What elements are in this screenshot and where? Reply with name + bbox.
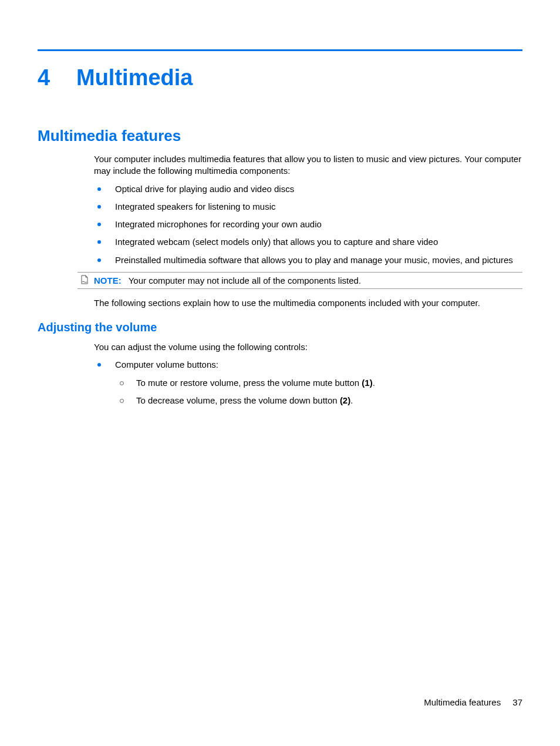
chapter-heading: 4 Multimedia xyxy=(38,65,522,90)
volume-controls-list: Computer volume buttons: To mute or rest… xyxy=(94,359,522,406)
volume-buttons-sublist: To mute or restore volume, press the vol… xyxy=(115,377,522,407)
page: 4 Multimedia Multimedia features Your co… xyxy=(0,0,560,746)
sub-item-text-post: . xyxy=(373,378,375,388)
list-item: Integrated webcam (select models only) t… xyxy=(94,236,522,248)
intro-paragraph: Your computer includes multimedia featur… xyxy=(94,153,522,177)
page-footer: Multimedia features 37 xyxy=(424,697,522,707)
chapter-title: Multimedia xyxy=(76,65,193,90)
list-item: Integrated speakers for listening to mus… xyxy=(94,201,522,213)
section-heading-multimedia-features: Multimedia features xyxy=(38,127,522,145)
list-item: Optical drive for playing audio and vide… xyxy=(94,183,522,195)
subsection-intro: You can adjust the volume using the foll… xyxy=(94,341,522,353)
after-note-paragraph: The following sections explain how to us… xyxy=(94,297,522,309)
list-item-text: Computer volume buttons: xyxy=(115,359,218,369)
list-item: To decrease volume, press the volume dow… xyxy=(115,395,522,406)
sub-item-ref: (2) xyxy=(340,395,350,405)
note-callout: NOTE: Your computer may not include all … xyxy=(77,272,522,289)
subsection-heading-adjusting-volume: Adjusting the volume xyxy=(38,321,522,334)
chapter-number: 4 xyxy=(38,65,76,90)
note-text: Your computer may not include all of the… xyxy=(129,275,361,285)
footer-page-number: 37 xyxy=(512,697,522,707)
footer-section-title: Multimedia features xyxy=(424,697,501,707)
note-icon xyxy=(77,275,92,286)
list-item: Preinstalled multimedia software that al… xyxy=(94,254,522,266)
list-item: To mute or restore volume, press the vol… xyxy=(115,377,522,389)
chapter-rule xyxy=(38,49,522,51)
subsection-body: You can adjust the volume using the foll… xyxy=(94,341,522,406)
note-label: NOTE: xyxy=(94,275,122,285)
sub-item-ref: (1) xyxy=(362,378,372,388)
components-list: Optical drive for playing audio and vide… xyxy=(94,183,522,266)
list-item: Integrated microphones for recording you… xyxy=(94,219,522,230)
sub-item-text-post: . xyxy=(350,395,353,405)
sub-item-text-pre: To mute or restore volume, press the vol… xyxy=(136,378,362,388)
sub-item-text-pre: To decrease volume, press the volume dow… xyxy=(136,395,340,405)
section-body: Your computer includes multimedia featur… xyxy=(94,153,522,309)
list-item: Computer volume buttons: To mute or rest… xyxy=(94,359,522,406)
